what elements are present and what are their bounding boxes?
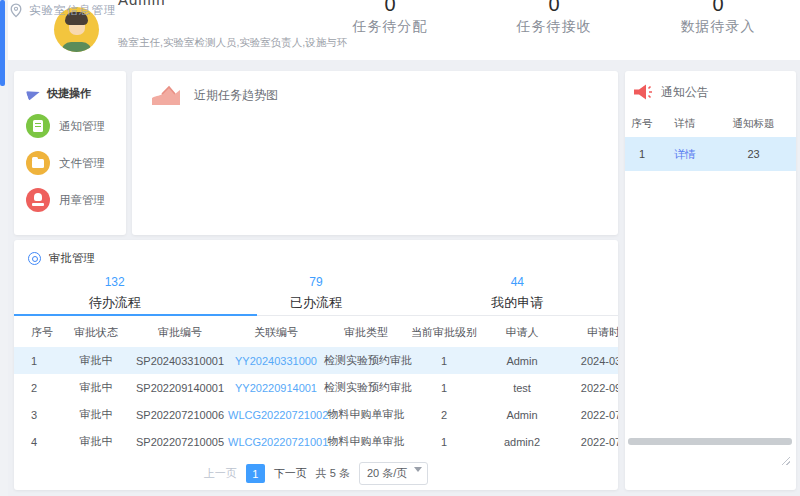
approval-badge-icon [28, 252, 41, 265]
notices-panel: 通知公告 序号 详情 通知标题 1 详情 23 [625, 71, 796, 490]
notices-title: 通知公告 [661, 84, 709, 101]
horizontal-scrollbar[interactable] [628, 438, 792, 445]
stat-value: 0 [712, 0, 723, 16]
notice-detail-link[interactable]: 详情 [674, 148, 696, 160]
approval-panel: 审批管理 132 待办流程 79 已办流程 44 我的申请 [14, 240, 618, 490]
location-pin-icon [10, 3, 22, 18]
total-count-label: 共 5 条 [316, 466, 350, 481]
page-size-select[interactable]: 20 条/页 [359, 462, 428, 485]
approval-tabs: 132 待办流程 79 已办流程 44 我的申请 [14, 272, 618, 316]
quick-op-notice-management[interactable]: 通知管理 [26, 114, 126, 138]
stat-value: 0 [548, 0, 559, 16]
table-row[interactable]: 3 审批中 SP202207210006 WLCG20220721002 物料申… [14, 401, 618, 428]
notices-table: 序号 详情 通知标题 1 详情 23 [625, 111, 796, 171]
related-no-link[interactable]: WLCG20220721002 [228, 409, 328, 421]
stat-cards: 0 任务待分配 0 任务待接收 0 数据待录入 [308, 0, 800, 60]
quick-op-file-management[interactable]: 文件管理 [26, 151, 126, 175]
table-row[interactable]: 4 审批中 SP202207210005 WLCG20220721001 物料申… [14, 428, 618, 455]
prev-page-button[interactable]: 上一页 [204, 466, 237, 481]
stat-label: 任务待接收 [517, 18, 592, 36]
stat-label: 数据待录入 [681, 18, 756, 36]
notice-title: 23 [711, 137, 796, 171]
quick-operations-header: 快捷操作 [14, 71, 126, 101]
task-trend-title: 近期任务趋势图 [194, 87, 278, 104]
task-trend-header: 近期任务趋势图 [132, 71, 618, 107]
stamp-icon [26, 188, 50, 212]
notices-header-row: 序号 详情 通知标题 [625, 111, 796, 137]
stat-value: 0 [384, 0, 395, 16]
document-icon [26, 114, 50, 138]
quick-op-seal-management[interactable]: 用章管理 [26, 188, 126, 212]
megaphone-icon [633, 83, 653, 101]
user-summary-card: Admin 验室主任,实验室检测人员,实验室负责人,设施与环 0 任务待分配 0… [8, 0, 800, 60]
pagination: 上一页 1 下一页 共 5 条 20 条/页 [14, 462, 618, 485]
folder-icon [26, 151, 50, 175]
col-title: 通知标题 [711, 111, 796, 137]
approval-header-row: 序号 审批状态 审批编号 关联编号 审批类型 当前审批级别 申请人 申请时间 [14, 317, 618, 347]
stat-label: 任务待分配 [353, 18, 428, 36]
related-no-link[interactable]: WLCG20220721001 [228, 436, 328, 448]
breadcrumb: 实验室信息管理 [10, 2, 117, 18]
notices-header: 通知公告 [625, 71, 796, 101]
left-scrollbar-thumb[interactable] [0, 0, 5, 86]
stat-tasks-to-receive: 0 任务待接收 [472, 0, 636, 60]
approval-title: 审批管理 [49, 251, 95, 266]
col-detail: 详情 [659, 111, 711, 137]
notice-row[interactable]: 1 详情 23 [625, 137, 796, 171]
arrow-icon [26, 87, 41, 101]
active-tab-underline [14, 314, 257, 316]
tab-done-processes[interactable]: 79 已办流程 [215, 272, 416, 315]
left-scrollbar-track[interactable] [0, 0, 8, 496]
area-chart-icon [150, 84, 182, 107]
breadcrumb-title: 实验室信息管理 [29, 3, 117, 18]
lab-dashboard: Admin 验室主任,实验室检测人员,实验室负责人,设施与环 0 任务待分配 0… [0, 0, 800, 496]
table-row[interactable]: 1 审批中 SP202403310001 YY20240331000 检测实验预… [14, 347, 618, 374]
table-row[interactable]: 2 审批中 SP202209140001 YY20220914001 检测实验预… [14, 374, 618, 401]
notice-no: 1 [625, 137, 659, 171]
page-1-button[interactable]: 1 [246, 464, 265, 483]
stat-data-to-enter: 0 数据待录入 [636, 0, 800, 60]
approval-table: 序号 审批状态 审批编号 关联编号 审批类型 当前审批级别 申请人 申请时间 1… [14, 317, 618, 455]
related-no-link[interactable]: YY20240331000 [235, 355, 317, 367]
task-trend-panel: 近期任务趋势图 [132, 71, 618, 235]
approval-header: 审批管理 [14, 240, 618, 266]
col-no: 序号 [625, 111, 659, 137]
tab-pending-processes[interactable]: 132 待办流程 [14, 272, 215, 315]
quick-operations-panel: 快捷操作 通知管理 文件管理 用章管理 [14, 71, 126, 235]
user-name: Admin [118, 0, 166, 8]
stat-tasks-to-assign: 0 任务待分配 [308, 0, 472, 60]
next-page-button[interactable]: 下一页 [274, 466, 307, 481]
quick-operations-title: 快捷操作 [47, 86, 91, 101]
tab-my-applications[interactable]: 44 我的申请 [417, 272, 618, 315]
chevron-down-icon [414, 467, 422, 472]
related-no-link[interactable]: YY20220914001 [235, 382, 317, 394]
resize-handle-icon[interactable] [782, 457, 790, 465]
